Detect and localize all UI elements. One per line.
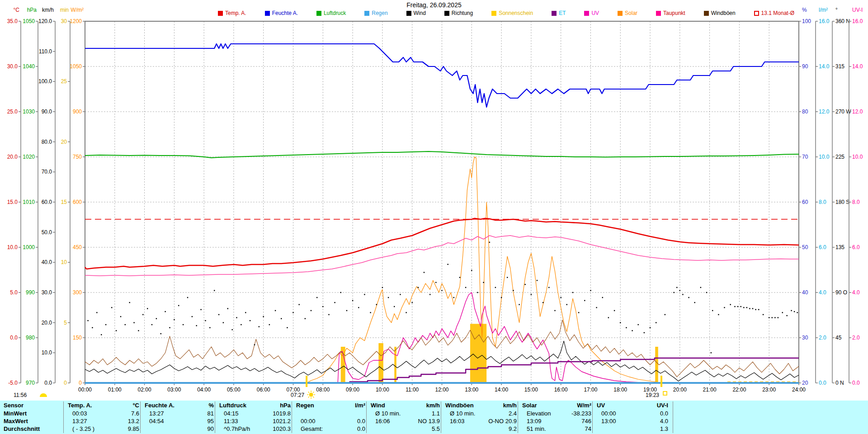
wind-direction-dots [87,242,798,354]
table-cell-value: 74 [585,425,591,432]
left-axes: °C35.030.025.020.015.010.05.00.0-5.0hPa1… [7,7,85,386]
table-cell-value: 1019.8 [273,410,291,417]
svg-text:25.0: 25.0 [7,108,18,115]
svg-text:15.0: 15.0 [7,199,18,205]
table-cell-value: 746 [581,418,591,425]
svg-text:970: 970 [26,380,35,386]
table-col-sensor: SensorMinWertMaxWertDurchschnitt [4,401,62,434]
table-col-unit: km/h [426,402,440,409]
table-col-unit: °C [132,402,139,409]
table-cell-time: 00:00 [601,410,616,417]
svg-text:90: 90 [802,63,808,70]
svg-text:06:00: 06:00 [257,387,270,393]
table-col-separator [140,401,141,433]
svg-text:00:00: 00:00 [78,387,92,393]
table-col-separator [215,401,215,433]
table-cell-time: Ø 10 min. [450,410,475,417]
svg-text:12:00: 12:00 [435,387,448,393]
table-col-header: Feuchte A. [145,402,175,409]
svg-text:08:00: 08:00 [316,387,330,393]
table-col-unit: % [208,402,214,409]
svg-text:60.0: 60.0 [42,199,52,205]
svg-text:10.0: 10.0 [852,154,863,160]
svg-text:980: 980 [26,335,35,341]
table-col-separator [518,401,518,433]
svg-text:°C: °C [14,7,20,13]
table-col-header: Windböen [445,402,474,409]
svg-text:90.0: 90.0 [42,108,52,115]
svg-text:20.0: 20.0 [42,320,52,326]
svg-text:1200: 1200 [70,18,82,24]
svg-text:0: 0 [79,380,82,386]
table-cell-value: 9.2 [509,425,517,432]
svg-text:16.0: 16.0 [852,18,863,24]
svg-text:150: 150 [73,335,82,341]
table-col-regen: Regenl/m²00:000.0Gesamt:0.0 [296,401,365,434]
svg-text:14.0: 14.0 [852,63,863,70]
table-cell-time: 04:54 [149,418,164,425]
svg-text:4.0: 4.0 [819,289,826,296]
svg-text:90 O: 90 O [835,289,847,296]
table-cell-time: 16:06 [375,418,390,425]
svg-text:990: 990 [26,289,35,296]
svg-text:0.0: 0.0 [44,380,52,386]
svg-text:80.0: 80.0 [42,139,52,145]
svg-text:13:00: 13:00 [465,387,478,393]
svg-text:18:00: 18:00 [613,387,627,393]
svg-text:10:00: 10:00 [376,387,389,393]
svg-text:21:00: 21:00 [703,387,717,393]
table-cell-time: 00:03 [72,410,87,417]
svg-text:-5.0: -5.0 [8,380,18,386]
svg-text:0.0: 0.0 [10,335,18,341]
svg-text:70: 70 [802,154,808,160]
half-sun-icon [40,393,47,397]
table-col-header: UV [597,402,605,409]
table-row-label: MaxWert [4,418,28,425]
svg-text:07:27: 07:27 [291,392,304,398]
svg-text:l/m²: l/m² [819,7,828,13]
table-cell-value: 1.3 [660,425,668,432]
svg-text:10.0: 10.0 [819,154,830,160]
svg-text:135: 135 [835,244,844,250]
svg-text:2.0: 2.0 [852,335,860,341]
svg-text:5: 5 [64,320,67,326]
weather-chart-svg: °C35.030.025.020.015.010.05.00.0-5.0hPa1… [0,0,868,401]
svg-text:1040: 1040 [23,63,35,70]
table-cell-value: 2.4 [509,410,517,417]
table-cell-value: 1.1 [432,410,440,417]
table-cell-time: 11:33 [224,418,238,425]
svg-text:450: 450 [73,244,82,250]
svg-text:600: 600 [73,199,82,205]
table-cell-time: 51 min. [527,425,546,432]
table-col-separator [673,401,673,433]
table-cell-value: O-NO 20.9 [488,418,517,425]
table-col-wind: Windkm/hØ 10 min.1.116:06NO 13.95.5 [371,401,440,434]
svg-text:300: 300 [73,289,82,296]
svg-text:11:00: 11:00 [406,387,419,393]
svg-text:80: 80 [802,108,808,115]
svg-text:12.0: 12.0 [852,108,863,115]
table-cell-time: Gesamt: [301,425,323,432]
svg-text:14:00: 14:00 [495,387,508,393]
svg-text:120.0: 120.0 [38,18,52,24]
table-cell-value: 90 [208,425,214,432]
svg-text:30.0: 30.0 [7,63,18,70]
svg-text:1020: 1020 [23,154,35,160]
svg-text:11:56: 11:56 [14,392,27,398]
svg-text:01:00: 01:00 [108,387,122,393]
chart-area: °C35.030.025.020.015.010.05.00.0-5.0hPa1… [0,0,868,402]
table-col-feuchte-a-: Feuchte A.%13:278104:549590 [145,401,214,434]
svg-text:900: 900 [73,108,82,115]
table-cell-value: 9.85 [128,425,139,432]
svg-text:17:00: 17:00 [584,387,597,393]
stats-table: SensorMinWertMaxWertDurchschnittTemp. A.… [0,401,868,434]
svg-text:20:00: 20:00 [673,387,687,393]
table-col-header: Luftdruck [219,402,246,409]
svg-text:10.0: 10.0 [7,244,18,250]
svg-text:60: 60 [802,199,808,205]
svg-text:110.0: 110.0 [39,48,52,55]
table-cell-value: 95 [208,418,214,425]
svg-text:50: 50 [802,244,808,250]
weather-app-window: Freitag, 26.09.2025 Temp. A.Feuchte A.Lu… [0,0,868,434]
sunshine-bars [341,324,799,383]
